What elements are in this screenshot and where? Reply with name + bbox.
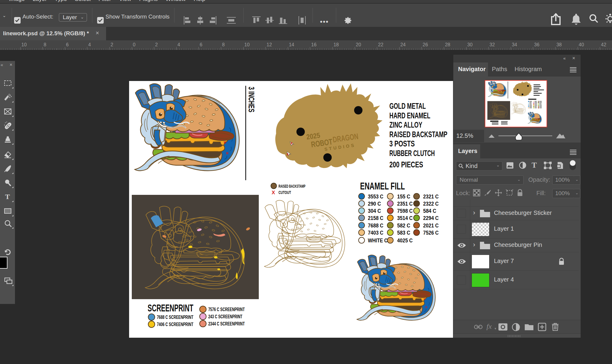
svg-text:584 C: 584 C (423, 208, 436, 214)
svg-text:3553 C: 3553 C (368, 194, 383, 200)
svg-text:x: x (287, 152, 289, 156)
svg-text:CUTOUT: CUTOUT (279, 190, 291, 195)
svg-text:3 POSTS: 3 POSTS (389, 139, 415, 148)
svg-text:RAISED BACKSTAMP: RAISED BACKSTAMP (279, 184, 305, 189)
svg-text:X: X (272, 190, 275, 195)
svg-text:GOLD METAL: GOLD METAL (389, 101, 426, 111)
svg-text:3514 C: 3514 C (397, 215, 413, 221)
svg-text:243 C SCREENPRINT: 243 C SCREENPRINT (208, 314, 242, 319)
svg-text:7526 C: 7526 C (423, 230, 439, 236)
svg-text:7598 C: 7598 C (397, 208, 413, 214)
svg-text:304 C: 304 C (368, 208, 381, 214)
svg-text:ENAMEL FILL: ENAMEL FILL (360, 181, 405, 192)
svg-text:582 C: 582 C (397, 223, 410, 229)
svg-text:T: T (5, 193, 10, 201)
svg-text:4025 C: 4025 C (397, 238, 413, 244)
svg-text:ZINC ALLOY: ZINC ALLOY (389, 120, 422, 129)
svg-text:583 C: 583 C (397, 230, 410, 236)
svg-text:RAISED BACKSTAMP: RAISED BACKSTAMP (389, 130, 447, 139)
svg-text:7688 C: 7688 C (368, 223, 383, 229)
svg-text:HARD ENAMEL: HARD ENAMEL (389, 111, 430, 120)
svg-text:2158 C: 2158 C (368, 215, 383, 221)
svg-text:3 INCHES: 3 INCHES (247, 87, 256, 112)
svg-text:2322 C: 2322 C (423, 201, 439, 207)
svg-text:7688 C SCREENPRINT: 7688 C SCREENPRINT (157, 315, 193, 320)
svg-text:2344 C SCREENPRINT: 2344 C SCREENPRINT (208, 321, 245, 326)
svg-text:SCREENPRINT: SCREENPRINT (148, 302, 193, 313)
svg-text:7576 C SCREENPRINT: 7576 C SCREENPRINT (208, 307, 245, 312)
svg-text:WHITE C: WHITE C (368, 238, 388, 244)
svg-text:155 C: 155 C (397, 194, 410, 200)
svg-text:290 C: 290 C (368, 201, 381, 207)
svg-text:x: x (290, 141, 293, 145)
svg-text:7403 C: 7403 C (368, 230, 383, 236)
svg-text:2021 C: 2021 C (423, 223, 439, 229)
svg-text:7406 C SCREENPRINT: 7406 C SCREENPRINT (157, 322, 193, 327)
svg-text:RUBBER CLUTCH: RUBBER CLUTCH (389, 149, 435, 158)
svg-text:2294 C: 2294 C (423, 215, 439, 221)
svg-text:200 PIECES: 200 PIECES (389, 160, 423, 169)
svg-text:2321 C: 2321 C (423, 194, 439, 200)
svg-text:2351 C: 2351 C (397, 201, 413, 207)
